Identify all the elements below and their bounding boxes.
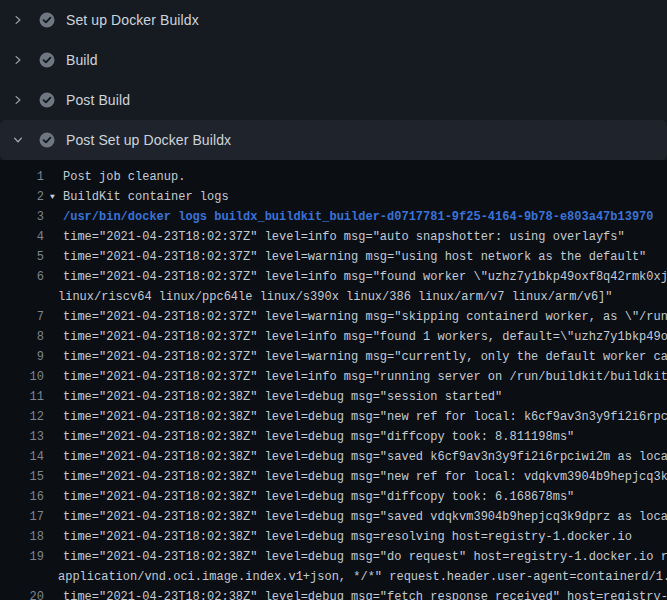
log-line-number[interactable]: 1 bbox=[0, 167, 44, 187]
log-line-number[interactable]: 20 bbox=[0, 587, 44, 600]
log-line-text: time="2021-04-23T18:02:37Z" level=warnin… bbox=[63, 307, 667, 327]
log-line-text: time="2021-04-23T18:02:37Z" level=info m… bbox=[63, 227, 625, 247]
log-line: 7time="2021-04-23T18:02:37Z" level=warni… bbox=[0, 307, 667, 327]
actions-log-viewer: Set up Docker Buildx Build Post Build bbox=[0, 0, 667, 600]
log-line-text: time="2021-04-23T18:02:38Z" level=debug … bbox=[63, 587, 667, 600]
log-line-number[interactable]: 11 bbox=[0, 387, 44, 407]
log-line: 14time="2021-04-23T18:02:38Z" level=debu… bbox=[0, 447, 667, 467]
log-line-text: time="2021-04-23T18:02:38Z" level=debug … bbox=[63, 487, 574, 507]
log-line-number[interactable]: 15 bbox=[0, 467, 44, 487]
step-build[interactable]: Build bbox=[0, 40, 667, 80]
log-line-text: time="2021-04-23T18:02:38Z" level=debug … bbox=[63, 387, 502, 407]
log-line-text: time="2021-04-23T18:02:38Z" level=debug … bbox=[63, 407, 667, 427]
log-line-continuation: linux/riscv64 linux/ppc64le linux/s390x … bbox=[0, 287, 667, 307]
log-group-header[interactable]: ▼BuildKit container logs bbox=[63, 187, 229, 207]
log-line-text: application/vnd.oci.image.index.v1+json,… bbox=[58, 567, 667, 587]
log-output: 1Post job cleanup.2▼BuildKit container l… bbox=[0, 160, 667, 600]
log-line-text: time="2021-04-23T18:02:38Z" level=debug … bbox=[63, 547, 667, 567]
chevron-right-icon[interactable] bbox=[10, 92, 26, 108]
log-line: 17time="2021-04-23T18:02:38Z" level=debu… bbox=[0, 507, 667, 527]
log-line-number[interactable]: 10 bbox=[0, 367, 44, 387]
log-line-text: time="2021-04-23T18:02:38Z" level=debug … bbox=[63, 427, 574, 447]
check-circle-icon bbox=[39, 12, 55, 28]
log-line: 19time="2021-04-23T18:02:38Z" level=debu… bbox=[0, 547, 667, 567]
log-line: 10time="2021-04-23T18:02:37Z" level=info… bbox=[0, 367, 667, 387]
log-line: 15time="2021-04-23T18:02:38Z" level=debu… bbox=[0, 467, 667, 487]
log-line-number[interactable]: 3 bbox=[0, 207, 44, 227]
log-line-number[interactable]: 8 bbox=[0, 327, 44, 347]
log-line-number[interactable]: 9 bbox=[0, 347, 44, 367]
log-line-number[interactable]: 12 bbox=[0, 407, 44, 427]
chevron-right-icon[interactable] bbox=[10, 52, 26, 68]
log-line: 4time="2021-04-23T18:02:37Z" level=info … bbox=[0, 227, 667, 247]
step-set-up-docker-buildx[interactable]: Set up Docker Buildx bbox=[0, 0, 667, 40]
chevron-down-icon[interactable] bbox=[10, 132, 26, 148]
check-circle-icon bbox=[39, 52, 55, 68]
log-line: 5time="2021-04-23T18:02:37Z" level=warni… bbox=[0, 247, 667, 267]
log-line-text: time="2021-04-23T18:02:38Z" level=debug … bbox=[63, 447, 667, 467]
log-line: 2▼BuildKit container logs bbox=[0, 187, 667, 207]
log-line-continuation: application/vnd.oci.image.index.v1+json,… bbox=[0, 567, 667, 587]
log-line: 16time="2021-04-23T18:02:38Z" level=debu… bbox=[0, 487, 667, 507]
check-circle-icon bbox=[39, 132, 55, 148]
log-line-number[interactable]: 7 bbox=[0, 307, 44, 327]
step-label: Set up Docker Buildx bbox=[66, 12, 199, 28]
log-line: 20time="2021-04-23T18:02:38Z" level=debu… bbox=[0, 587, 667, 600]
log-line-number[interactable]: 18 bbox=[0, 527, 44, 547]
log-line-text: linux/riscv64 linux/ppc64le linux/s390x … bbox=[58, 287, 613, 307]
log-line-text: time="2021-04-23T18:02:37Z" level=info m… bbox=[63, 267, 667, 287]
log-line-number[interactable]: 16 bbox=[0, 487, 44, 507]
log-line: 6time="2021-04-23T18:02:37Z" level=info … bbox=[0, 267, 667, 287]
log-line-number[interactable]: 19 bbox=[0, 547, 44, 567]
log-line: 11time="2021-04-23T18:02:38Z" level=debu… bbox=[0, 387, 667, 407]
log-line-number[interactable]: 4 bbox=[0, 227, 44, 247]
log-line-number[interactable]: 5 bbox=[0, 247, 44, 267]
log-line-text: time="2021-04-23T18:02:37Z" level=info m… bbox=[63, 367, 667, 387]
log-line-number[interactable]: 6 bbox=[0, 267, 44, 287]
step-post-set-up-docker-buildx[interactable]: Post Set up Docker Buildx bbox=[0, 120, 667, 160]
log-line-text: time="2021-04-23T18:02:38Z" level=debug … bbox=[63, 527, 632, 547]
log-command-text: /usr/bin/docker logs buildx_buildkit_bui… bbox=[63, 207, 654, 227]
log-line-text: time="2021-04-23T18:02:38Z" level=debug … bbox=[63, 507, 667, 527]
log-line-text: time="2021-04-23T18:02:38Z" level=debug … bbox=[63, 467, 667, 487]
triangle-down-icon[interactable]: ▼ bbox=[50, 187, 63, 207]
log-line-text: time="2021-04-23T18:02:37Z" level=warnin… bbox=[63, 247, 646, 267]
log-line-number[interactable]: 17 bbox=[0, 507, 44, 527]
step-label: Post Set up Docker Buildx bbox=[66, 132, 231, 148]
log-line: 3/usr/bin/docker logs buildx_buildkit_bu… bbox=[0, 207, 667, 227]
log-line-number[interactable]: 14 bbox=[0, 447, 44, 467]
chevron-right-icon[interactable] bbox=[10, 12, 26, 28]
log-line-text: time="2021-04-23T18:02:37Z" level=info m… bbox=[63, 327, 667, 347]
step-list: Set up Docker Buildx Build Post Build bbox=[0, 0, 667, 160]
step-label: Build bbox=[66, 52, 98, 68]
log-line: 8time="2021-04-23T18:02:37Z" level=info … bbox=[0, 327, 667, 347]
check-circle-icon bbox=[39, 92, 55, 108]
log-line-text: Post job cleanup. bbox=[63, 167, 185, 187]
log-line-text: time="2021-04-23T18:02:37Z" level=warnin… bbox=[63, 347, 667, 367]
step-label: Post Build bbox=[66, 92, 130, 108]
log-line-number[interactable]: 13 bbox=[0, 427, 44, 447]
log-line-number[interactable]: 2 bbox=[0, 187, 44, 207]
log-line: 13time="2021-04-23T18:02:38Z" level=debu… bbox=[0, 427, 667, 447]
log-line: 18time="2021-04-23T18:02:38Z" level=debu… bbox=[0, 527, 667, 547]
log-line: 9time="2021-04-23T18:02:37Z" level=warni… bbox=[0, 347, 667, 367]
step-post-build[interactable]: Post Build bbox=[0, 80, 667, 120]
log-line: 1Post job cleanup. bbox=[0, 167, 667, 187]
log-line: 12time="2021-04-23T18:02:38Z" level=debu… bbox=[0, 407, 667, 427]
